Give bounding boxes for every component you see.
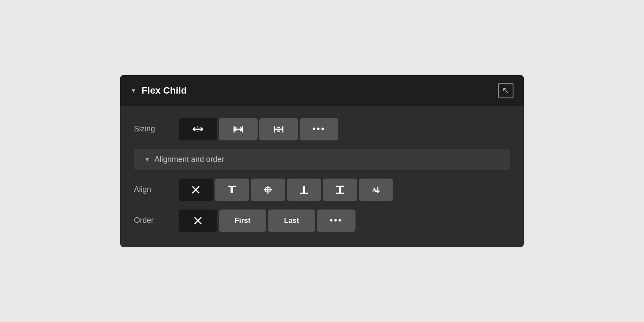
flex-child-panel: ▼ Flex Child ↖ Sizing	[120, 75, 524, 247]
compress-icon	[192, 124, 204, 135]
fixed-icon	[273, 124, 284, 135]
align-top-button[interactable]	[215, 179, 249, 201]
sizing-fixed-button[interactable]	[259, 118, 298, 140]
order-none-button[interactable]	[179, 210, 217, 232]
order-first-button[interactable]: First	[219, 210, 266, 232]
alignment-section-label: Alignment and order	[155, 155, 224, 164]
svg-rect-14	[231, 186, 233, 193]
align-baseline-button[interactable]: A	[359, 179, 393, 201]
panel-header: ▼ Flex Child ↖	[120, 75, 524, 106]
external-link-icon[interactable]: ↖	[498, 83, 513, 98]
more-icon: •••	[313, 124, 325, 134]
order-first-label: First	[235, 216, 251, 225]
align-label: Align	[134, 185, 168, 194]
x-icon	[191, 185, 201, 195]
sizing-expand-button[interactable]	[219, 118, 258, 140]
order-last-button[interactable]: Last	[268, 210, 315, 232]
expand-icon	[233, 124, 244, 135]
sizing-btn-group: •••	[179, 118, 338, 140]
align-none-button[interactable]	[179, 179, 213, 201]
sizing-row: Sizing	[134, 118, 510, 140]
order-btn-group: First Last •••	[179, 210, 355, 232]
align-baseline-icon: A	[371, 185, 381, 195]
alignment-section-header[interactable]: ▼ Alignment and order	[134, 149, 510, 170]
alignment-collapse-icon: ▼	[144, 156, 150, 163]
order-x-icon	[193, 216, 203, 226]
sizing-label: Sizing	[134, 125, 168, 134]
panel-title: Flex Child	[142, 85, 187, 96]
align-stretch-button[interactable]	[323, 179, 357, 201]
align-stretch-icon	[335, 185, 345, 195]
sizing-more-button[interactable]: •••	[300, 118, 338, 140]
align-top-icon	[227, 185, 237, 195]
align-center-icon	[263, 185, 273, 195]
svg-text:A: A	[372, 187, 377, 193]
order-last-label: Last	[284, 216, 299, 225]
align-center-button[interactable]	[251, 179, 285, 201]
order-more-button[interactable]: •••	[317, 210, 355, 232]
align-bottom-icon	[299, 185, 309, 195]
panel-header-left: ▼ Flex Child	[131, 85, 187, 96]
panel-body: Sizing	[120, 106, 524, 247]
align-bottom-button[interactable]	[287, 179, 321, 201]
align-row: Align	[134, 179, 510, 201]
svg-rect-22	[339, 186, 341, 193]
order-more-icon: •••	[330, 216, 343, 225]
svg-rect-19	[303, 186, 305, 193]
order-label: Order	[134, 216, 168, 225]
collapse-arrow-icon: ▼	[131, 87, 137, 94]
align-btn-group: A	[179, 179, 393, 201]
order-row: Order First Last	[134, 210, 510, 232]
sizing-compress-button[interactable]	[179, 118, 217, 140]
